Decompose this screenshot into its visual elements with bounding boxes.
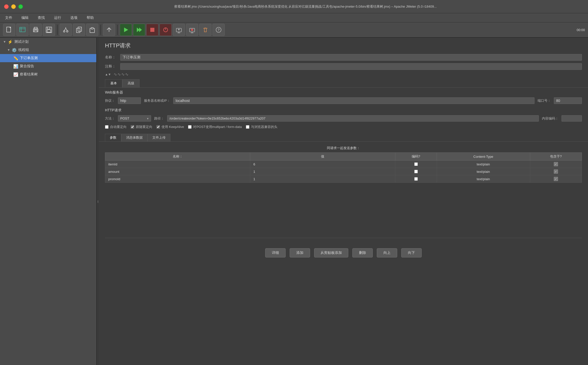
method-label: 方法： — [105, 116, 115, 121]
toolbar-start-no-pauses[interactable] — [133, 24, 145, 36]
comment-row: 注释： — [99, 62, 588, 71]
encode-check-1[interactable] — [414, 170, 418, 173]
port-label: 端口号： — [538, 98, 551, 103]
param-content-2: text/plain — [437, 175, 530, 183]
encode-check-2[interactable] — [414, 177, 418, 181]
toolbar-shutdown[interactable] — [159, 24, 172, 36]
protocol-input[interactable] — [118, 97, 141, 104]
sidebar-item-thread-group[interactable]: ▼ ⚙️ 线程组 — [0, 46, 96, 54]
keepalive-input[interactable] — [156, 125, 160, 129]
move-up-button[interactable]: 向上 — [377, 248, 397, 257]
svg-point-12 — [63, 31, 65, 32]
sidebar-item-create-order[interactable]: ✏️ 下订单压测 — [0, 54, 96, 62]
toolbar-expand[interactable] — [103, 24, 115, 36]
toolbar-templates[interactable] — [16, 24, 29, 36]
tab-basic[interactable]: 基本 — [105, 79, 122, 87]
name-input[interactable] — [120, 54, 582, 61]
params-title: 同请求一起发送参数： — [105, 144, 582, 152]
add-button[interactable]: 添加 — [290, 248, 310, 257]
col-header-content: Content-Type — [437, 153, 530, 161]
toolbar: ? 00:00 — [0, 22, 588, 38]
toolbar-remote-start[interactable] — [173, 24, 185, 36]
menu-find[interactable]: 查找 — [36, 15, 47, 21]
toolbar-sep-1 — [57, 25, 58, 35]
traffic-lights — [4, 4, 23, 9]
menu-run[interactable]: 运行 — [52, 15, 63, 21]
toolbar-paste[interactable] — [86, 24, 98, 36]
param-name-0: itemId — [105, 161, 250, 168]
param-tab-params[interactable]: 参数 — [105, 134, 121, 141]
follow-redirect-input[interactable] — [131, 125, 134, 129]
auto-redirect-checkbox[interactable]: 自动重定向 — [105, 125, 127, 129]
tab-advanced[interactable]: 高级 — [122, 79, 140, 87]
maximize-button[interactable] — [18, 4, 23, 9]
main-tab-bar: 基本 高级 — [99, 78, 588, 88]
param-content-0: text/plain — [437, 161, 530, 168]
wavy-line: ∿∿∿∿ — [114, 72, 129, 77]
param-encode-2 — [395, 175, 437, 183]
detail-button[interactable]: 详细 — [265, 248, 286, 257]
move-down-button[interactable]: 向下 — [401, 248, 422, 257]
toolbar-new[interactable] — [3, 24, 15, 36]
add-from-clipboard-button[interactable]: 从剪贴板添加 — [314, 248, 348, 257]
menu-edit[interactable]: 编辑 — [19, 15, 31, 21]
spacer — [99, 185, 588, 236]
browser-headers-input[interactable] — [246, 125, 249, 129]
path-input[interactable] — [167, 115, 539, 122]
param-tab-files[interactable]: 文件上传 — [148, 134, 170, 141]
param-value-2: 1 — [250, 175, 395, 183]
follow-redirect-checkbox[interactable]: 跟随重定向 — [131, 125, 152, 129]
svg-marker-24 — [139, 28, 142, 32]
toolbar-time: 00:00 — [577, 28, 585, 32]
menu-file[interactable]: 文件 — [3, 15, 14, 21]
name-row: 名称： — [99, 53, 588, 62]
include-check-2[interactable]: ✓ — [554, 177, 558, 181]
table-row: amount 1 text/plain ✓ — [105, 168, 582, 175]
browser-headers-label: 与浏览器兼容的头 — [251, 125, 277, 129]
menu-options[interactable]: 选项 — [68, 15, 79, 21]
toolbar-stop[interactable] — [146, 24, 158, 36]
test-plan-icon: ⚡ — [8, 39, 13, 44]
toolbar-save[interactable] — [43, 24, 55, 36]
encode-check-0[interactable] — [414, 162, 418, 166]
comment-input[interactable] — [120, 63, 582, 70]
delete-button[interactable]: 删除 — [352, 248, 373, 257]
path-label: 路径： — [154, 116, 164, 121]
server-input[interactable] — [173, 97, 534, 104]
toolbar-remote-stop[interactable] — [186, 24, 198, 36]
toolbar-cut[interactable] — [60, 24, 72, 36]
encoding-input[interactable] — [562, 115, 582, 122]
port-input[interactable] — [554, 97, 582, 104]
close-button[interactable] — [4, 4, 9, 9]
multipart-checkbox[interactable]: 对POST使用multipart / form-data — [188, 125, 242, 129]
svg-rect-25 — [150, 28, 154, 32]
param-tab-body[interactable]: 消息体数据 — [121, 134, 148, 141]
sidebar-item-test-plan[interactable]: ▼ ⚡ 测试计划 — [0, 38, 96, 46]
keepalive-label: 使用 KeepAlive — [162, 125, 184, 129]
sidebar-item-label: 测试计划 — [14, 40, 29, 44]
browser-headers-checkbox[interactable]: 与浏览器兼容的头 — [246, 125, 277, 129]
include-check-0[interactable]: ✓ — [554, 162, 558, 166]
method-select[interactable]: GET POST PUT DELETE PATCH HEAD OPTIONS — [118, 115, 151, 122]
expand-arrow[interactable]: ▲▼ — [105, 73, 111, 76]
toolbar-help[interactable]: ? — [212, 24, 225, 36]
agg-report-icon: 📊 — [13, 64, 18, 69]
sidebar-item-view-results[interactable]: 📈 察看结果树 — [0, 70, 96, 79]
menu-help[interactable]: 帮助 — [85, 15, 96, 21]
auto-redirect-input[interactable] — [105, 125, 109, 129]
resize-handle[interactable]: • • • • — [97, 38, 99, 365]
table-row: itemId 6 text/plain ✓ — [105, 161, 582, 168]
param-encode-0 — [395, 161, 437, 168]
param-content-1: text/plain — [437, 168, 530, 175]
include-check-1[interactable]: ✓ — [554, 170, 558, 174]
multipart-input[interactable] — [188, 125, 192, 129]
view-results-icon: 📈 — [13, 72, 18, 77]
sidebar-item-agg-report[interactable]: 📊 聚合报告 — [0, 62, 96, 70]
method-wrapper: GET POST PUT DELETE PATCH HEAD OPTIONS ▼ — [118, 115, 151, 122]
toolbar-clear[interactable] — [199, 24, 211, 36]
toolbar-print[interactable] — [30, 24, 42, 36]
keepalive-checkbox[interactable]: 使用 KeepAlive — [156, 125, 184, 129]
toolbar-copy[interactable] — [73, 24, 85, 36]
minimize-button[interactable] — [11, 4, 16, 9]
toolbar-start[interactable] — [120, 24, 132, 36]
